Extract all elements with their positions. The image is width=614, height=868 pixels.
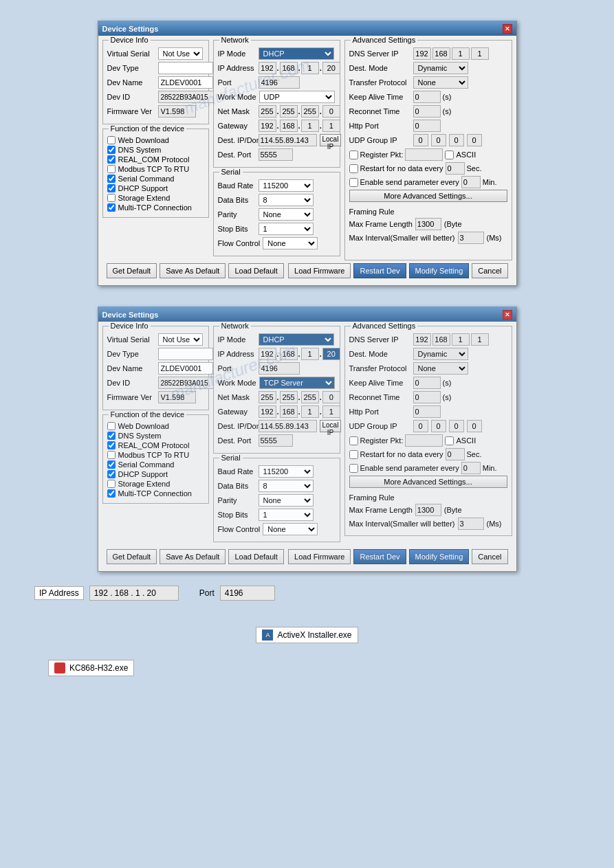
d2-ip-p3[interactable] bbox=[301, 348, 319, 360]
dev-name-input[interactable] bbox=[158, 76, 213, 89]
d2-cancel-button[interactable]: Cancel bbox=[472, 549, 507, 564]
nm-part1[interactable] bbox=[259, 105, 276, 118]
modify-setting-button[interactable]: Modify Setting bbox=[409, 263, 470, 278]
load-default-button[interactable]: Load Default bbox=[228, 263, 283, 278]
local-ip-button[interactable]: Local IP bbox=[320, 134, 342, 146]
send-param-every-input[interactable] bbox=[461, 176, 481, 188]
d2-restart-cb[interactable] bbox=[349, 450, 358, 459]
d2-get-default-button[interactable]: Get Default bbox=[107, 549, 157, 564]
more-advanced-button[interactable]: More Advanced Settings... bbox=[349, 190, 507, 202]
d2-modbus-cb[interactable] bbox=[107, 451, 116, 459]
keep-alive-input[interactable] bbox=[413, 91, 441, 103]
d2-stop-bits-select[interactable]: 1 bbox=[259, 509, 314, 521]
http-port-input[interactable] bbox=[413, 120, 441, 132]
d2-web-cb[interactable] bbox=[107, 422, 116, 430]
d2-work-mode-select[interactable]: TCP Server bbox=[259, 377, 335, 389]
register-pkt-input[interactable] bbox=[405, 148, 443, 161]
d2-udp-p2[interactable] bbox=[431, 420, 446, 432]
d2-realcom-cb[interactable] bbox=[107, 441, 116, 449]
dns-part3[interactable] bbox=[452, 47, 470, 60]
udp-part1[interactable] bbox=[413, 134, 428, 146]
d2-keep-alive-input[interactable] bbox=[413, 377, 441, 389]
d2-dev-id-input[interactable] bbox=[158, 377, 220, 389]
restart-dev-button[interactable]: Restart Dev bbox=[353, 263, 406, 278]
d2-dns-p3[interactable] bbox=[452, 333, 470, 346]
baud-rate-select[interactable]: 115200 bbox=[259, 179, 314, 192]
kc868-file-entry[interactable]: KC868-H32.exe bbox=[48, 660, 134, 676]
d2-register-cb[interactable] bbox=[349, 436, 358, 445]
d2-ascii-cb[interactable] bbox=[445, 436, 454, 445]
func-multi-tcp-cb[interactable] bbox=[107, 203, 116, 212]
dns-part1[interactable] bbox=[413, 47, 431, 60]
flow-control-select[interactable]: None bbox=[263, 237, 318, 249]
d2-more-advanced-button[interactable]: More Advanced Settings... bbox=[349, 476, 507, 488]
d2-storage-cb[interactable] bbox=[107, 480, 116, 488]
dialog1-close-button[interactable]: ✕ bbox=[503, 24, 512, 34]
bottom-port-input[interactable] bbox=[220, 586, 275, 601]
udp-part4[interactable] bbox=[467, 134, 482, 146]
dev-id-input[interactable] bbox=[158, 91, 220, 103]
gw-part4[interactable] bbox=[322, 120, 340, 132]
activex-file-entry[interactable]: A ActiveX Installer.exe bbox=[256, 627, 358, 643]
virtual-serial-select[interactable]: Not Use bbox=[158, 47, 203, 60]
d2-dest-mode-select[interactable]: Dynamic bbox=[413, 348, 468, 360]
bottom-ip-input[interactable] bbox=[89, 586, 179, 601]
d2-gw4[interactable] bbox=[322, 405, 340, 418]
d2-max-interval-input[interactable] bbox=[458, 518, 484, 530]
d2-ip-p4[interactable] bbox=[322, 348, 340, 360]
data-bits-select[interactable]: 8 bbox=[259, 194, 314, 206]
enable-send-param-cb[interactable] bbox=[349, 178, 358, 187]
d2-transfer-select[interactable]: None bbox=[413, 362, 468, 375]
nm-part4[interactable] bbox=[322, 105, 340, 118]
parity-select[interactable]: None bbox=[259, 208, 314, 221]
reconnet-time-input[interactable] bbox=[413, 105, 441, 118]
d2-baud-rate-select[interactable]: 115200 bbox=[259, 465, 314, 478]
d2-dns-p4[interactable] bbox=[471, 333, 489, 346]
d2-virtual-serial-select[interactable]: Not Use bbox=[158, 333, 203, 346]
d2-dns-p1[interactable] bbox=[413, 333, 431, 346]
dev-type-input[interactable] bbox=[158, 62, 213, 74]
gw-part3[interactable] bbox=[301, 120, 319, 132]
ascii-cb[interactable] bbox=[445, 151, 454, 159]
max-frame-length-input[interactable] bbox=[415, 218, 441, 230]
dest-mode-select[interactable]: Dynamic bbox=[413, 62, 468, 74]
d2-dns-p2[interactable] bbox=[432, 333, 450, 346]
d2-send-param-cb[interactable] bbox=[349, 464, 358, 473]
udp-part3[interactable] bbox=[449, 134, 464, 146]
max-interval-input[interactable] bbox=[458, 232, 484, 244]
d2-firmware-ver-input[interactable] bbox=[158, 391, 196, 403]
func-storage-cb[interactable] bbox=[107, 194, 116, 202]
d2-gw1[interactable] bbox=[259, 405, 276, 418]
d2-udp-p1[interactable] bbox=[413, 420, 428, 432]
save-as-default-button[interactable]: Save As Default bbox=[160, 263, 226, 278]
d2-dns-cb[interactable] bbox=[107, 432, 116, 440]
d2-udp-p4[interactable] bbox=[467, 420, 482, 432]
d2-gw2[interactable] bbox=[280, 405, 298, 418]
udp-part2[interactable] bbox=[431, 134, 446, 146]
cancel-button[interactable]: Cancel bbox=[472, 263, 507, 278]
d2-ip-mode-select[interactable]: DHCP bbox=[259, 333, 334, 346]
ip-part3[interactable] bbox=[301, 62, 319, 74]
d2-flow-control-select[interactable]: None bbox=[263, 523, 318, 535]
d2-data-bits-select[interactable]: 8 bbox=[259, 480, 314, 492]
dest-port-input[interactable] bbox=[259, 148, 293, 161]
d2-save-as-default-button[interactable]: Save As Default bbox=[160, 549, 226, 564]
nm-part2[interactable] bbox=[280, 105, 298, 118]
d2-ip-p1[interactable] bbox=[259, 348, 276, 360]
d2-serial-cb[interactable] bbox=[107, 460, 116, 469]
gw-part1[interactable] bbox=[259, 120, 276, 132]
func-modbus-cb[interactable] bbox=[107, 165, 116, 173]
d2-dest-port-input[interactable] bbox=[259, 434, 293, 447]
d2-send-param-input[interactable] bbox=[461, 462, 481, 474]
nm-part3[interactable] bbox=[301, 105, 319, 118]
port-input[interactable] bbox=[259, 76, 300, 89]
get-default-button[interactable]: Get Default bbox=[107, 263, 157, 278]
dest-ip-input[interactable] bbox=[259, 134, 317, 146]
d2-dev-type-input[interactable] bbox=[158, 348, 213, 360]
restart-no-data-cb[interactable] bbox=[349, 164, 358, 173]
stop-bits-select[interactable]: 1 bbox=[259, 223, 314, 235]
transfer-protocol-select[interactable]: None bbox=[413, 76, 468, 89]
dialog2-close-button[interactable]: ✕ bbox=[503, 310, 512, 320]
d2-restart-every-input[interactable] bbox=[446, 448, 465, 460]
ip-part1[interactable] bbox=[259, 62, 276, 74]
